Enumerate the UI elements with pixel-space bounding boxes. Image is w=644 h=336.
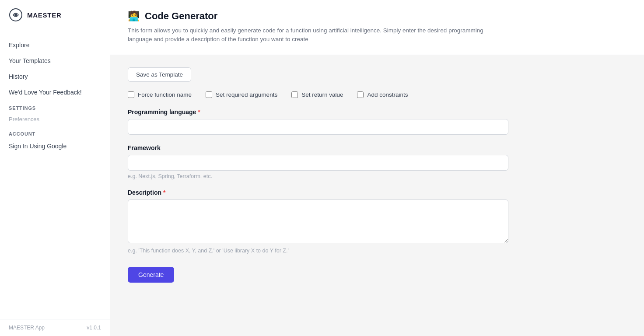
programming-language-field: Programming language * — [128, 108, 626, 135]
description-field: Description * e.g. 'This function does X… — [128, 189, 626, 254]
sidebar-item-your-templates[interactable]: Your Templates — [0, 53, 110, 69]
page-title: Code Generator — [145, 10, 217, 22]
sidebar-item-history[interactable]: History — [0, 69, 110, 84]
description-label: Description * — [128, 189, 626, 196]
sidebar-logo-text: MAESTER — [27, 11, 62, 19]
sidebar-item-feedback[interactable]: We'd Love Your Feedback! — [0, 84, 110, 100]
page-header: 🧑‍💻 Code Generator This form allows you … — [110, 0, 644, 55]
description-required-star: * — [163, 189, 165, 196]
footer-version: v1.0.1 — [87, 325, 101, 331]
options-checkboxes-row: Force function name Set required argumen… — [128, 91, 626, 98]
settings-section-label: SETTINGS — [0, 100, 110, 112]
framework-field: Framework e.g. Next.js, Spring, Terrafor… — [128, 144, 626, 179]
checkbox-set-return-value[interactable]: Set return value — [291, 91, 343, 98]
framework-label: Framework — [128, 144, 626, 151]
sidebar-item-sign-in-google[interactable]: Sign In Using Google — [0, 138, 110, 154]
sidebar-item-preferences[interactable]: Preferences — [0, 112, 110, 126]
header-emoji: 🧑‍💻 — [128, 10, 140, 22]
sidebar-navigation: Explore Your Templates History We'd Love… — [0, 30, 110, 319]
framework-input[interactable] — [128, 155, 508, 171]
maester-logo-icon — [9, 8, 23, 22]
sidebar-logo: MAESTER — [0, 0, 110, 30]
save-template-button[interactable]: Save as Template — [128, 67, 191, 82]
checkbox-force-function-name-label: Force function name — [138, 91, 192, 98]
programming-language-input[interactable] — [128, 119, 508, 135]
sidebar-footer: MAESTER App v1.0.1 — [0, 319, 110, 336]
sidebar: MAESTER Explore Your Templates History W… — [0, 0, 110, 336]
page-header-title-row: 🧑‍💻 Code Generator — [128, 10, 626, 22]
svg-point-1 — [14, 14, 17, 16]
description-hint: e.g. 'This function does X, Y, and Z.' o… — [128, 248, 626, 254]
programming-language-required-star: * — [198, 108, 200, 116]
footer-app-name: MAESTER App — [9, 325, 45, 331]
checkbox-force-function-name-input[interactable] — [128, 91, 134, 98]
description-textarea[interactable] — [128, 200, 508, 243]
account-section-label: ACCOUNT — [0, 126, 110, 138]
checkbox-add-constraints-label: Add constraints — [367, 91, 408, 98]
checkbox-add-constraints[interactable]: Add constraints — [357, 91, 408, 98]
framework-hint: e.g. Next.js, Spring, Terraform, etc. — [128, 173, 626, 179]
checkbox-set-return-value-label: Set return value — [301, 91, 343, 98]
generate-button[interactable]: Generate — [128, 267, 174, 283]
checkbox-set-required-arguments-label: Set required arguments — [216, 91, 277, 98]
page-description: This form allows you to quickly and easi… — [128, 26, 508, 44]
checkbox-add-constraints-input[interactable] — [357, 91, 364, 98]
sidebar-item-explore[interactable]: Explore — [0, 37, 110, 53]
checkbox-force-function-name[interactable]: Force function name — [128, 91, 192, 98]
page-body: Save as Template Force function name Set… — [110, 55, 644, 295]
checkbox-set-required-arguments-input[interactable] — [206, 91, 212, 98]
programming-language-label: Programming language * — [128, 108, 626, 116]
checkbox-set-required-arguments[interactable]: Set required arguments — [206, 91, 277, 98]
checkbox-set-return-value-input[interactable] — [291, 91, 298, 98]
main-content: 🧑‍💻 Code Generator This form allows you … — [110, 0, 644, 336]
